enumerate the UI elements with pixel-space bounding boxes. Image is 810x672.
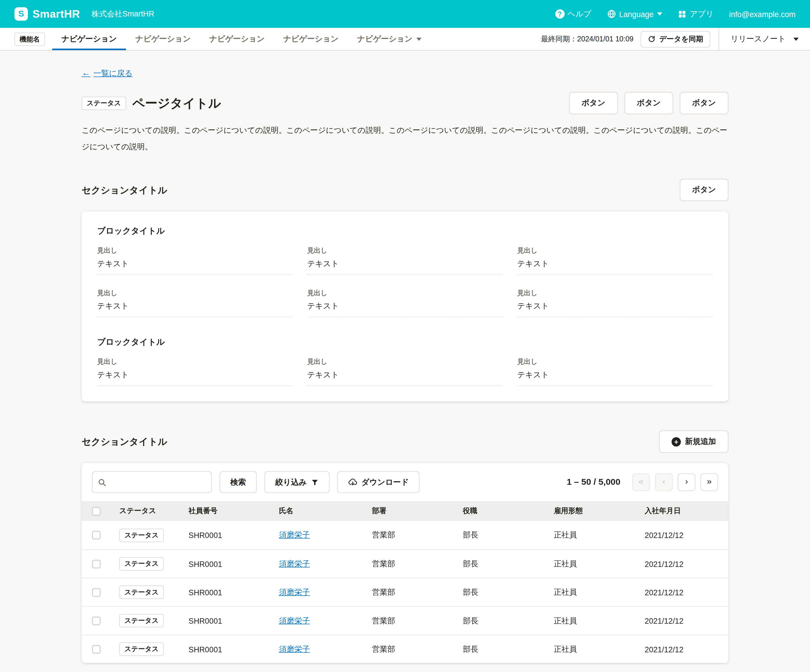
- release-notes-label: リリースノート: [731, 34, 786, 44]
- help-button[interactable]: ? ヘルプ: [555, 9, 591, 19]
- cell-employee-id: SHR0001: [189, 588, 279, 596]
- definition-value: テキスト: [517, 259, 713, 269]
- back-link-label: 一覧に戻る: [93, 69, 133, 78]
- arrow-left-icon: ←: [82, 68, 90, 79]
- page-title-row: ステータス ページタイトル ボタン ボタン ボタン: [82, 92, 728, 114]
- definition-value: テキスト: [517, 370, 713, 380]
- add-new-button[interactable]: + 新規追加: [659, 431, 728, 453]
- column-header-status: ステータス: [119, 507, 188, 516]
- cell-department: 営業部: [372, 644, 463, 654]
- chevron-down-icon: [657, 12, 663, 16]
- row-checkbox[interactable]: [92, 645, 101, 653]
- employee-name-link[interactable]: 須磨栄子: [279, 644, 372, 654]
- cell-employment-type: 正社員: [554, 587, 645, 597]
- page-action-button-3[interactable]: ボタン: [680, 92, 728, 114]
- status-badge: ステータス: [119, 557, 164, 571]
- cell-employment-type: 正社員: [554, 616, 645, 626]
- definition-label: 見出し: [517, 357, 713, 366]
- add-new-label: 新規追加: [685, 437, 716, 447]
- nav-tab-3[interactable]: ナビゲーション: [200, 28, 274, 50]
- cell-hire-date: 2021/12/12: [645, 616, 718, 625]
- cell-employment-type: 正社員: [554, 559, 645, 569]
- section2-header: セクションタイトル + 新規追加: [82, 431, 728, 453]
- nav-tabs: ナビゲーション ナビゲーション ナビゲーション ナビゲーション ナビゲーション: [52, 28, 430, 50]
- employee-name-link[interactable]: 須磨栄子: [279, 530, 372, 540]
- section1-header: セクションタイトル ボタン: [82, 179, 728, 201]
- section1-action-button[interactable]: ボタン: [680, 179, 728, 201]
- row-checkbox[interactable]: [92, 616, 101, 625]
- nav-tab-4[interactable]: ナビゲーション: [274, 28, 348, 50]
- first-page-button[interactable]: «: [633, 473, 650, 491]
- employee-name-link[interactable]: 須磨栄子: [279, 616, 372, 626]
- search-box: [92, 471, 212, 493]
- search-button[interactable]: 検索: [219, 471, 257, 493]
- definition-card: ブロックタイトル 見出し テキスト 見出し テキスト 見出し テキスト 見出し …: [82, 211, 728, 402]
- main-content: ← 一覧に戻る ステータス ページタイトル ボタン ボタン ボタン このページに…: [0, 51, 810, 672]
- definition-label: 見出し: [517, 288, 713, 297]
- next-page-button[interactable]: ›: [678, 473, 695, 491]
- release-notes-button[interactable]: リリースノート: [719, 28, 810, 50]
- definition-item: 見出し テキスト: [307, 357, 503, 386]
- table-toolbar: 検索 絞り込み ダウンロ: [82, 463, 728, 501]
- back-to-list-link[interactable]: ← 一覧に戻る: [82, 68, 133, 79]
- status-badge: ステータス: [119, 586, 164, 599]
- cell-position: 部長: [463, 587, 554, 597]
- last-page-button[interactable]: »: [700, 473, 718, 491]
- brand-name: SmartHR: [32, 8, 80, 20]
- employee-name-link[interactable]: 須磨栄子: [279, 587, 372, 597]
- status-badge: ステータス: [119, 528, 164, 542]
- status-badge: ステータス: [119, 642, 164, 656]
- nav-tab-1[interactable]: ナビゲーション: [52, 28, 126, 50]
- employee-name-link[interactable]: 須磨栄子: [279, 559, 372, 569]
- page-action-button-2[interactable]: ボタン: [624, 92, 673, 114]
- section2-title: セクションタイトル: [82, 435, 167, 448]
- download-label: ダウンロード: [361, 477, 409, 487]
- filter-button[interactable]: 絞り込み: [265, 471, 329, 493]
- page-action-button-1[interactable]: ボタン: [569, 92, 618, 114]
- column-header-department: 部署: [372, 507, 463, 516]
- data-sync-button[interactable]: データを同期: [641, 31, 710, 47]
- account-menu[interactable]: info@example.com: [729, 10, 795, 18]
- employee-table-card: 検索 絞り込み ダウンロ: [82, 463, 728, 663]
- column-header-position: 役職: [463, 507, 554, 516]
- cell-hire-date: 2021/12/12: [645, 588, 718, 596]
- search-icon: [98, 478, 106, 486]
- cell-position: 部長: [463, 559, 554, 569]
- cell-employee-id: SHR0001: [189, 531, 279, 539]
- cell-department: 営業部: [372, 559, 463, 569]
- account-email: info@example.com: [729, 10, 795, 18]
- prev-page-button[interactable]: ‹: [655, 473, 673, 491]
- cell-position: 部長: [463, 616, 554, 626]
- block2-grid: 見出し テキスト 見出し テキスト 見出し テキスト: [97, 357, 713, 386]
- cell-position: 部長: [463, 530, 554, 540]
- definition-label: 見出し: [517, 246, 713, 255]
- cell-department: 営業部: [372, 530, 463, 540]
- section1-title: セクションタイトル: [82, 184, 167, 196]
- table-row: ステータス SHR0001 須磨栄子 営業部 部長 正社員 2021/12/12: [82, 521, 728, 549]
- row-checkbox[interactable]: [92, 531, 101, 539]
- pagination: « ‹ › »: [633, 473, 718, 491]
- definition-label: 見出し: [97, 357, 293, 366]
- language-label: Language: [619, 10, 653, 18]
- column-header-hire-date: 入社年月日: [645, 507, 718, 516]
- cell-hire-date: 2021/12/12: [645, 645, 718, 653]
- language-button[interactable]: Language: [607, 9, 662, 19]
- row-checkbox[interactable]: [92, 559, 101, 568]
- download-button[interactable]: ダウンロード: [337, 471, 420, 493]
- select-all-checkbox[interactable]: [92, 507, 101, 515]
- page-root: S SmartHR 株式会社SmartHR ? ヘルプ Language: [0, 0, 810, 672]
- apps-grid-icon: [678, 10, 687, 18]
- apps-button[interactable]: アプリ: [678, 9, 714, 19]
- row-checkbox[interactable]: [92, 588, 101, 596]
- nav-tab-2[interactable]: ナビゲーション: [126, 28, 200, 50]
- cell-hire-date: 2021/12/12: [645, 531, 718, 539]
- definition-label: 見出し: [307, 246, 503, 255]
- plus-circle-icon: +: [672, 437, 681, 446]
- filter-funnel-icon: [311, 478, 319, 486]
- definition-item: 見出し テキスト: [97, 288, 293, 317]
- block1-grid: 見出し テキスト 見出し テキスト 見出し テキスト 見出し テキスト 見出し: [97, 246, 713, 317]
- nav-tab-5-dropdown[interactable]: ナビゲーション: [348, 28, 431, 50]
- search-input[interactable]: [110, 478, 206, 486]
- top-header: S SmartHR 株式会社SmartHR ? ヘルプ Language: [0, 0, 810, 28]
- definition-item: 見出し テキスト: [517, 357, 713, 386]
